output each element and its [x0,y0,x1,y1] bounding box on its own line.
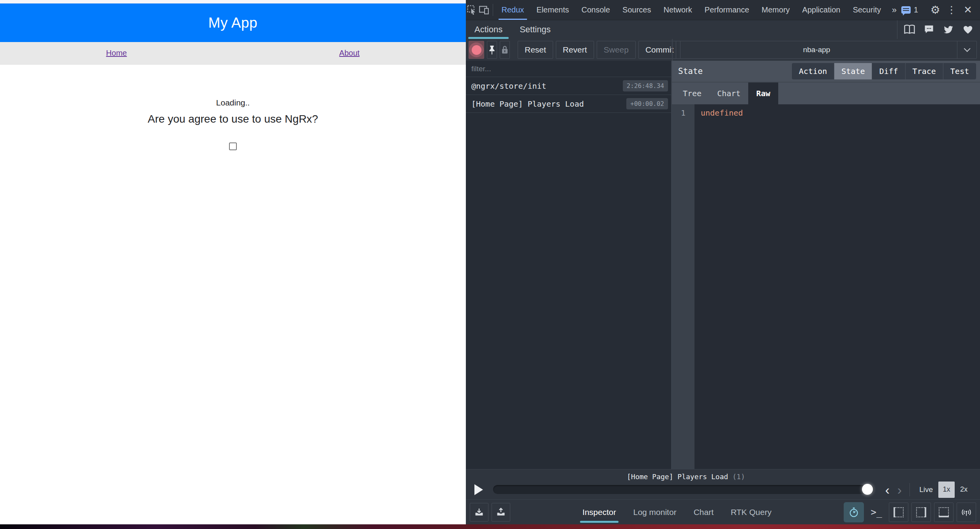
sweep-button[interactable]: Sweep [597,41,636,59]
nav-home-cell: Home [0,49,233,58]
filter-input[interactable] [471,65,666,73]
mode-state[interactable]: State [834,63,872,79]
state-panel: State Action State Diff Trace Test Tree … [672,61,980,469]
nav-about-cell: About [233,49,466,58]
home-link[interactable]: Home [106,49,127,57]
action-name: [Home Page] Players Load [471,99,584,109]
tab-chart[interactable]: Chart [694,500,714,524]
lock-button[interactable] [500,41,510,59]
monitor-tabs: Inspector Log monitor Chart RTK Query [513,500,841,524]
dock-bottom-icon[interactable] [934,503,954,522]
speed-2x-button[interactable]: 2x [960,485,968,494]
instance-select[interactable]: nba-app [676,41,977,59]
step-back-icon[interactable]: ‹ [881,483,893,496]
ngrx-consent-checkbox[interactable] [229,142,237,150]
terminal-icon[interactable]: >_ [867,503,886,522]
twitter-icon[interactable] [939,24,958,35]
dock-left-icon[interactable] [889,503,908,522]
playback-action-count: (1) [732,473,745,481]
tab-actions[interactable]: Actions [466,20,511,39]
tab-sources[interactable]: Sources [616,0,657,20]
subtab-tree[interactable]: Tree [675,83,709,104]
record-ring [469,42,484,57]
record-dot-icon [472,45,481,55]
mode-action[interactable]: Action [792,63,834,79]
revert-button[interactable]: Revert [556,41,594,59]
app-content: Loading.. Are you agree to use to use Ng… [0,65,466,524]
pin-button[interactable] [487,41,497,59]
close-devtools-icon[interactable]: ✕ [960,4,976,16]
tab-performance[interactable]: Performance [698,0,756,20]
tab-application[interactable]: Application [796,0,847,20]
state-view-tabs: Tree Chart Raw [672,82,980,104]
app-header: My App [0,4,466,42]
devtools: Redux Elements Console Sources Network P… [466,0,980,524]
footer-right-icons: >_ [844,502,976,522]
issues-count: 1 [914,5,918,14]
tab-security[interactable]: Security [846,0,887,20]
sponsor-heart-icon[interactable] [958,25,978,35]
dock-right-icon[interactable] [911,503,931,522]
kebab-menu-icon[interactable]: ⋮ [943,4,960,16]
record-button[interactable] [469,41,484,59]
inspector-mode-switcher: Action State Diff Trace Test [792,63,976,79]
redux-header-row: Actions Settings [466,20,980,39]
tab-console[interactable]: Console [575,0,616,20]
about-link[interactable]: About [339,49,360,57]
tab-elements[interactable]: Elements [530,0,575,20]
raw-state-value: undefined [694,104,980,469]
tab-redux[interactable]: Redux [495,0,531,20]
speed-1x-button[interactable]: 1x [938,482,955,498]
instance-select-area: nba-app [672,39,980,61]
select-chevron-cell [957,41,976,58]
inspector-split: @ngrx/store/init 2:26:48.34 [Home Page] … [466,61,980,469]
subtab-chart[interactable]: Chart [709,83,748,104]
feedback-chat-icon[interactable] [919,24,939,35]
main-row: My App Home About Loading.. Are you agre… [0,0,980,524]
export-button[interactable] [492,503,510,522]
question-text: Are you agree to use to use NgRx? [0,113,466,125]
screen: My App Home About Loading.. Are you agre… [0,0,980,529]
stopwatch-icon[interactable] [844,502,864,522]
live-button[interactable]: Live [919,485,933,494]
more-tabs-icon[interactable]: » [887,0,901,20]
device-toolbar-icon[interactable] [478,0,490,20]
tab-inspector[interactable]: Inspector [582,500,616,524]
remote-connection-icon[interactable] [957,503,976,522]
redux-footer: Inspector Log monitor Chart RTK Query [466,499,980,524]
devtools-bar-right: 1 ⚙ ⋮ ✕ [901,0,980,20]
action-row-init[interactable]: @ngrx/store/init 2:26:48.34 [466,77,671,95]
play-icon[interactable] [474,484,483,495]
issues-badge[interactable]: 1 [901,5,918,14]
slider-thumb[interactable] [862,484,873,495]
subtab-raw[interactable]: Raw [748,83,778,104]
action-time-badge: 2:26:48.34 [623,80,668,91]
action-name: @ngrx/store/init [471,81,546,91]
settings-gear-icon[interactable]: ⚙ [927,4,943,16]
tab-memory[interactable]: Memory [755,0,796,20]
import-button[interactable] [470,503,488,522]
playback-action-name: [Home Page] Players Load [627,473,728,481]
tab-network[interactable]: Network [657,0,698,20]
mode-test[interactable]: Test [943,63,976,79]
docs-book-icon[interactable] [900,24,919,35]
app-nav: Home About [0,42,466,65]
playback-current-action: [Home Page] Players Load (1) [627,473,745,481]
playback-slider[interactable] [493,485,874,494]
action-row-players-load[interactable]: [Home Page] Players Load +00:00.02 [466,95,671,113]
tab-rtk-query[interactable]: RTK Query [731,500,772,524]
mode-diff[interactable]: Diff [872,63,905,79]
loading-text: Loading.. [0,98,466,107]
page-top-strip [0,0,466,4]
app-title: My App [208,15,257,31]
inspect-element-icon[interactable] [466,0,478,20]
mode-trace[interactable]: Trace [906,63,943,79]
devtools-tab-bar: Redux Elements Console Sources Network P… [466,0,980,20]
browser-page: My App Home About Loading.. Are you agre… [0,0,466,524]
step-forward-icon[interactable]: › [894,483,906,496]
reset-button[interactable]: Reset [518,41,553,59]
tab-settings[interactable]: Settings [511,20,559,39]
filter-row [466,61,671,77]
raw-state-editor: 1 undefined [672,104,980,469]
tab-log-monitor[interactable]: Log monitor [633,500,677,524]
